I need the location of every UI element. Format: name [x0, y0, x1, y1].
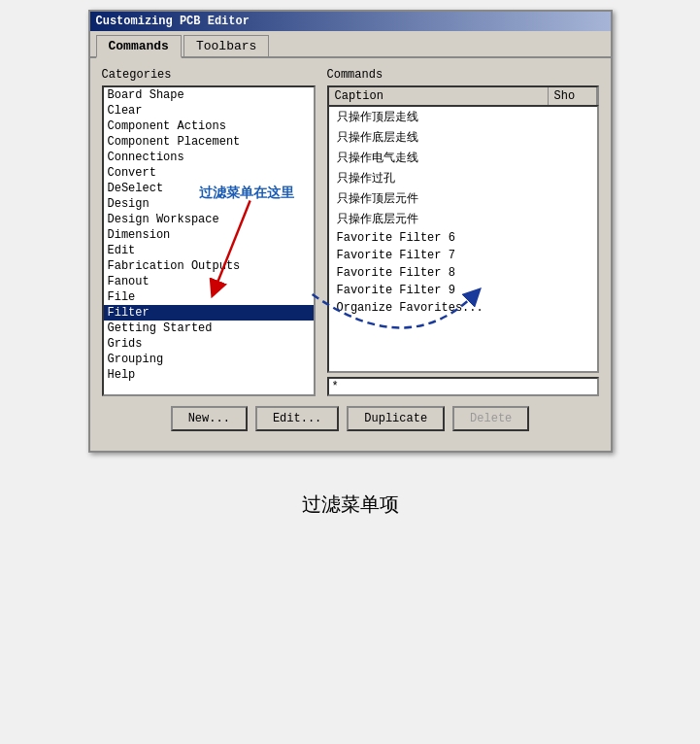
list-item[interactable]: Component Actions [104, 118, 314, 134]
main-columns: 过滤菜单在这里 Categories Board Shape Clear Com… [102, 68, 599, 396]
command-item[interactable]: 只操作顶层元件 [329, 188, 597, 209]
commands-panel: Commands Caption Sho 只操作顶层走线 只操作底层走线 只操作… [327, 68, 599, 396]
shortcut-header: Sho [549, 87, 597, 105]
command-item[interactable]: 只操作过孔 [329, 168, 597, 188]
caption-header: Caption [329, 87, 549, 105]
list-item[interactable]: Clear [104, 103, 314, 118]
tab-commands[interactable]: Commands [96, 35, 182, 58]
categories-panel: Categories Board Shape Clear Component A… [102, 68, 316, 396]
customizing-pcb-editor-window: Customizing PCB Editor Commands Toolbars [88, 10, 613, 453]
list-item[interactable]: Component Placement [104, 134, 314, 150]
list-item[interactable]: DeSelect [104, 181, 314, 196]
commands-label: Commands [327, 68, 599, 82]
edit-button[interactable]: Edit... [255, 406, 339, 431]
list-item[interactable]: Convert [104, 165, 314, 181]
categories-listbox[interactable]: Board Shape Clear Component Actions Comp… [102, 85, 316, 396]
list-item[interactable]: Design [104, 196, 314, 212]
new-button[interactable]: New... [171, 406, 248, 431]
list-item[interactable]: Edit [104, 243, 314, 258]
command-item[interactable]: Favorite Filter 9 [329, 282, 597, 299]
command-item[interactable]: 只操作底层元件 [329, 209, 597, 229]
list-item[interactable]: Grouping [104, 352, 314, 367]
list-item[interactable]: Board Shape [104, 87, 314, 103]
list-item[interactable]: File [104, 289, 314, 305]
list-item[interactable]: Fanout [104, 274, 314, 289]
command-item[interactable]: 只操作底层走线 [329, 127, 597, 148]
command-item[interactable]: 只操作顶层走线 [329, 107, 597, 127]
list-item[interactable]: Design Workspace [104, 212, 314, 227]
list-item[interactable]: Grids [104, 336, 314, 352]
tab-content: 过滤菜单在这里 Categories Board Shape Clear Com… [90, 58, 611, 451]
commands-header: Caption Sho [327, 85, 599, 105]
filter-input[interactable] [327, 377, 599, 396]
command-item[interactable]: Organize Favorites... [329, 299, 597, 317]
bottom-annotation-label: 过滤菜单项 [302, 491, 399, 518]
tab-bar: Commands Toolbars [90, 31, 611, 58]
command-item[interactable]: Favorite Filter 6 [329, 229, 597, 247]
list-item-filter[interactable]: Filter [104, 305, 314, 321]
window-title: Customizing PCB Editor [96, 15, 250, 28]
list-item[interactable]: Dimension [104, 227, 314, 243]
list-item[interactable]: Fabrication Outputs [104, 258, 314, 274]
command-item[interactable]: Favorite Filter 7 [329, 247, 597, 264]
duplicate-button[interactable]: Duplicate [347, 406, 445, 431]
button-row: New... Edit... Duplicate Delete [102, 406, 599, 441]
list-item[interactable]: Connections [104, 150, 314, 165]
title-bar: Customizing PCB Editor [90, 12, 611, 31]
command-item[interactable]: Favorite Filter 8 [329, 264, 597, 282]
commands-listbox[interactable]: 只操作顶层走线 只操作底层走线 只操作电气走线 只操作过孔 只操作顶层元件 只操… [327, 105, 599, 373]
tab-toolbars[interactable]: Toolbars [183, 35, 269, 56]
delete-button[interactable]: Delete [452, 406, 529, 431]
command-item[interactable]: 只操作电气走线 [329, 148, 597, 168]
categories-label: Categories [102, 68, 316, 82]
list-item[interactable]: Help [104, 367, 314, 383]
filter-input-row [327, 377, 599, 396]
list-item[interactable]: Getting Started [104, 321, 314, 336]
